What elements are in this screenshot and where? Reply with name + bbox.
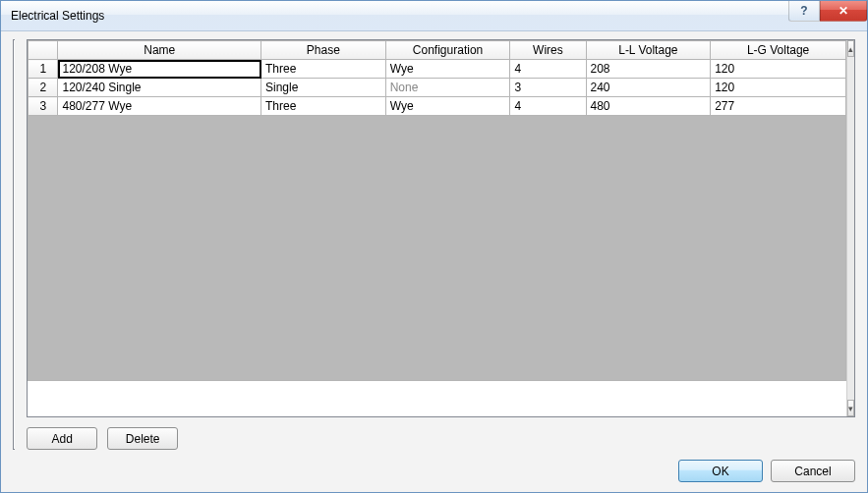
content-panel: Name Phase Configuration Wires L-L Volta… (27, 39, 855, 450)
cell-ll[interactable]: 240 (586, 79, 711, 97)
cell-lg[interactable]: 120 (711, 60, 846, 79)
col-header-config[interactable]: Configuration (385, 41, 510, 60)
table-row[interactable]: 2 120/240 Single Single None 3 240 120 (29, 79, 846, 97)
cell-lg[interactable]: 277 (711, 97, 846, 116)
cell-name[interactable]: 120/240 Single (58, 79, 261, 97)
help-button[interactable]: ? (788, 1, 820, 22)
cell-name[interactable]: 480/277 Wye (58, 97, 261, 116)
table-row[interactable]: 3 480/277 Wye Three Wye 4 480 277 (29, 97, 846, 116)
cell-phase[interactable]: Three (261, 60, 386, 79)
cell-phase[interactable]: Three (261, 97, 386, 116)
vertical-scrollbar[interactable]: ▴ ▾ (846, 40, 854, 416)
close-icon: ✕ (839, 4, 848, 18)
scroll-down-icon[interactable]: ▾ (847, 400, 854, 416)
data-grid[interactable]: Name Phase Configuration Wires L-L Volta… (27, 39, 855, 417)
col-header-phase[interactable]: Phase (261, 41, 386, 60)
cell-wires[interactable]: 4 (510, 97, 586, 116)
scroll-track[interactable] (847, 57, 854, 400)
dialog-footer: OK Cancel (13, 450, 855, 482)
col-header-name[interactable]: Name (58, 41, 261, 60)
cell-wires[interactable]: 3 (510, 79, 586, 97)
delete-button[interactable]: Delete (107, 427, 178, 450)
table-row[interactable]: 1 120/208 Wye Three Wye 4 208 120 (29, 60, 846, 79)
window-buttons: ? ✕ (788, 1, 867, 22)
dialog-body: ······Hidden Line ······General ······An… (1, 31, 867, 492)
col-header-ll[interactable]: L-L Voltage (586, 41, 711, 60)
row-header[interactable]: 2 (29, 79, 58, 97)
cancel-button[interactable]: Cancel (771, 460, 855, 482)
row-header[interactable]: 3 (29, 97, 58, 116)
cell-config[interactable]: Wye (385, 60, 510, 79)
close-button[interactable]: ✕ (820, 1, 867, 22)
help-icon: ? (800, 4, 807, 18)
titlebar[interactable]: Electrical Settings ? ✕ (1, 1, 867, 31)
cell-name[interactable]: 120/208 Wye (58, 60, 261, 79)
cell-config[interactable]: None (385, 79, 510, 97)
grid-button-row: Add Delete (27, 417, 855, 450)
cell-lg[interactable]: 120 (711, 79, 846, 97)
main-row: ······Hidden Line ······General ······An… (13, 39, 855, 450)
row-header[interactable]: 1 (29, 60, 58, 79)
col-header-lg[interactable]: L-G Voltage (711, 41, 846, 60)
grid-corner[interactable] (29, 41, 58, 60)
ok-button[interactable]: OK (678, 460, 763, 482)
dialog-window: Electrical Settings ? ✕ ······Hidden Lin… (0, 0, 868, 493)
scroll-up-icon[interactable]: ▴ (847, 40, 854, 57)
cell-ll[interactable]: 480 (586, 97, 711, 116)
col-header-wires[interactable]: Wires (510, 41, 586, 60)
grid-empty-area (29, 116, 846, 381)
add-button[interactable]: Add (27, 427, 97, 450)
cell-ll[interactable]: 208 (586, 60, 711, 79)
nav-tree[interactable]: ······Hidden Line ······General ······An… (13, 39, 15, 450)
cell-config[interactable]: Wye (385, 97, 510, 116)
cell-phase[interactable]: Single (261, 79, 386, 97)
cell-wires[interactable]: 4 (510, 60, 586, 79)
window-title: Electrical Settings (11, 9, 104, 23)
